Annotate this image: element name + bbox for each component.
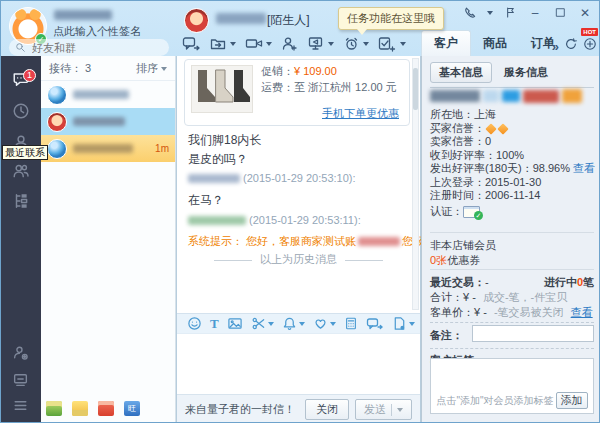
cert-check-icon: ✓: [474, 211, 483, 220]
refresh-icon[interactable]: [564, 37, 578, 55]
favorite-icon[interactable]: [313, 316, 336, 331]
font-icon[interactable]: T: [210, 316, 219, 332]
video-caret[interactable]: [266, 42, 272, 46]
rank-icon-redacted: [502, 90, 520, 102]
field-value: 98.96%: [533, 162, 570, 174]
remote-desktop-icon[interactable]: [307, 34, 335, 53]
self-name-redacted: [54, 10, 112, 20]
product-image: [191, 65, 253, 113]
close-button[interactable]: ✕: [577, 5, 593, 20]
peer-stranger-tag: [陌生人]: [267, 12, 310, 29]
app-window: ✓ 点此输入个性签名 [陌生人] – ✕ 任务功能在这里哦 客户 商品 订单 »: [0, 0, 600, 423]
video-call-icon[interactable]: [244, 34, 273, 53]
tags-hint-row: 点击"添加"对会员添加标签添加: [431, 392, 593, 409]
maximize-button[interactable]: [552, 5, 568, 20]
contact-footer-icons: 旺: [46, 401, 140, 416]
search-icon: [15, 42, 26, 53]
call-button[interactable]: [462, 5, 478, 20]
sidebar-item-org[interactable]: [12, 192, 30, 210]
view-closed-link[interactable]: 查看: [571, 306, 593, 318]
product-card[interactable]: 促销：¥ 109.00 运费：至 浙江杭州 12.00 元 手机下单更优惠: [184, 59, 410, 126]
contact-row[interactable]: [41, 81, 175, 108]
emoji-icon[interactable]: [187, 316, 202, 331]
dashed-divider: [430, 348, 594, 349]
task-icon[interactable]: [377, 34, 407, 53]
screenshot-icon[interactable]: [251, 316, 274, 331]
sidebar-item-devices[interactable]: [12, 371, 30, 389]
reminder-caret[interactable]: [363, 42, 369, 46]
add-tag-button[interactable]: 添加: [556, 392, 588, 409]
quantum-letter-link[interactable]: 来自量子君的一封信！: [185, 402, 295, 417]
rank-icon-redacted: [483, 90, 499, 102]
remark-input[interactable]: [472, 325, 594, 342]
contact-name-redacted: [73, 117, 125, 126]
send-caret-icon[interactable]: [397, 408, 403, 412]
reminder-icon[interactable]: [342, 34, 370, 53]
certification-icon: ✓: [463, 206, 480, 218]
signature-placeholder[interactable]: 点此输入个性签名: [53, 24, 141, 39]
customer-info-panel: 基本信息 服务信息 所在地：上海 买家信誉： 卖家信誉：0 收到好评率：100%…: [421, 56, 600, 423]
buyer-rank-gem-icon: [497, 123, 508, 134]
add-person-icon[interactable]: [280, 34, 300, 53]
gift-icon[interactable]: [46, 401, 62, 416]
send-file-caret[interactable]: [230, 42, 236, 46]
tab-customer[interactable]: 客户: [421, 30, 471, 56]
search-bar[interactable]: [9, 39, 169, 56]
image-icon[interactable]: [227, 316, 243, 331]
contact-row-selected[interactable]: [41, 108, 175, 135]
sidebar-item-groups[interactable]: [12, 162, 30, 180]
close-chat-button[interactable]: 关闭: [305, 399, 349, 420]
task-caret[interactable]: [400, 42, 406, 46]
send-file-icon[interactable]: [209, 34, 237, 53]
coupon-line: 0张优惠券: [430, 253, 480, 268]
mobile-order-link[interactable]: 手机下单更优惠: [322, 106, 399, 121]
app-icon[interactable]: 旺: [124, 401, 140, 416]
chat-file-caret[interactable]: [409, 322, 415, 326]
screenshot-caret[interactable]: [268, 322, 274, 326]
hot-badge: HOT: [581, 28, 598, 36]
info-tab-bar: 基本信息 服务信息: [430, 62, 594, 88]
search-input[interactable]: [30, 41, 150, 55]
buyer-rank-gem-icon: [485, 123, 496, 134]
avg-order-row: 客单价：¥ - -笔交易被关闭 查看: [430, 305, 593, 320]
receiving-count: 接待： 3: [49, 61, 91, 76]
message-input[interactable]: [177, 335, 420, 394]
favorite-caret[interactable]: [330, 322, 336, 326]
remote-caret[interactable]: [328, 42, 334, 46]
tab-basic-info[interactable]: 基本信息: [430, 62, 492, 83]
transfer-conversation-icon[interactable]: [366, 316, 384, 332]
add-plugin-icon[interactable]: [583, 37, 597, 55]
sidebar-item-recent[interactable]: [12, 102, 30, 120]
rank-icon-redacted: [523, 90, 559, 103]
shop-icon[interactable]: [98, 401, 114, 416]
message-meta: (2015-01-29 20:53:11):: [188, 214, 361, 226]
minimize-button[interactable]: –: [527, 5, 543, 20]
view-link[interactable]: 查看: [573, 162, 595, 174]
send-button[interactable]: 发送: [355, 399, 412, 420]
reminder-bell-icon[interactable]: [282, 316, 305, 331]
tab-product[interactable]: 商品: [471, 31, 519, 56]
transfer-chat-icon[interactable]: [181, 34, 202, 53]
calculator-icon[interactable]: [344, 316, 358, 331]
customer-tags-box[interactable]: 点击"添加"对会员添加标签添加: [430, 358, 594, 414]
chat-message: 是皮的吗？: [188, 151, 248, 168]
folder-icon[interactable]: [72, 401, 88, 416]
field-value: 2006-11-14: [485, 189, 540, 201]
peer-avatar[interactable]: [184, 8, 209, 33]
pin-button[interactable]: [502, 5, 518, 20]
chat-file-icon[interactable]: [392, 316, 415, 331]
tab-service-info[interactable]: 服务信息: [504, 65, 548, 80]
sidebar-item-menu[interactable]: [12, 397, 30, 415]
contact-name-redacted: [73, 144, 133, 153]
buyer-id-row: [430, 89, 582, 103]
membership-status: 非本店铺会员: [430, 238, 496, 253]
more-tabs-chevrons[interactable]: »: [552, 39, 559, 54]
sort-control[interactable]: 排序: [136, 61, 167, 76]
contact-row-waiting[interactable]: 1m: [41, 135, 175, 162]
bell-caret[interactable]: [299, 322, 305, 326]
call-dropdown-caret[interactable]: [487, 11, 493, 15]
sidebar-item-account[interactable]: [12, 344, 30, 362]
chat-scroll-thumb[interactable]: [413, 68, 418, 110]
recent-trade-row: 最近交易：- 进行中0笔: [430, 275, 594, 290]
promo-price: ¥ 109.00: [294, 65, 337, 77]
